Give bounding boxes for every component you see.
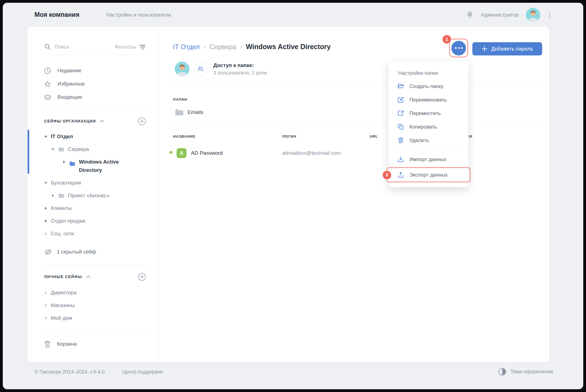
folder-icon (175, 108, 183, 116)
chevron-up-icon[interactable] (86, 275, 90, 278)
sidebar-item-inbox[interactable]: Входящие (44, 90, 146, 104)
inbox-icon (44, 94, 51, 101)
sidebar-vault-sales[interactable]: Отдел продаж (44, 215, 146, 227)
sidebar-vault-clients[interactable]: Клиенты (44, 202, 146, 215)
column-header-url: URL (370, 134, 378, 138)
divider (44, 55, 146, 55)
menu-item-move[interactable]: Переместить (388, 106, 468, 120)
search-row: Фильтры (44, 42, 146, 52)
edit-icon (397, 96, 404, 103)
password-name[interactable]: AD Password (191, 150, 223, 156)
triangle-down-icon[interactable] (51, 148, 55, 151)
sidebar-item-trash[interactable]: Корзина (44, 338, 146, 350)
search-input[interactable] (54, 44, 115, 50)
company-tab[interactable]: Моя компания (34, 11, 79, 18)
triangle-right-icon[interactable] (62, 160, 66, 164)
folder-plus-icon (397, 83, 404, 90)
breadcrumb: IT Отдел › Сервера › Windows Active Dire… (173, 43, 331, 51)
menu-item-delete[interactable]: Удалить (388, 134, 468, 147)
org-vaults-header: СЕЙФЫ ОРГАНИЗАЦИИ (44, 116, 146, 127)
search-icon (44, 43, 51, 50)
annotation-badge-1: 1 (443, 35, 451, 44)
filters-button[interactable]: Фильтры (115, 44, 146, 50)
menu-divider (388, 150, 468, 150)
hidden-vaults-toggle[interactable]: 1 скрытый сейф (44, 246, 146, 258)
triangle-right-icon[interactable] (44, 304, 47, 307)
sidebar-vault-shops[interactable]: Магазины (44, 299, 146, 312)
triangle-right-icon[interactable] (44, 232, 47, 235)
star-icon (44, 81, 51, 87)
trash-icon (397, 137, 404, 144)
kebab-menu-icon[interactable] (547, 10, 552, 19)
org-vaults-title: СЕЙФЫ ОРГАНИЗАЦИИ (44, 119, 96, 123)
more-actions-button[interactable] (451, 41, 466, 55)
breadcrumb-servers[interactable]: Сервера (209, 43, 236, 51)
sidebar-vault-my-home[interactable]: Мой дом (44, 312, 146, 324)
folders-section-title: ПАПКИ (173, 97, 187, 102)
divider (173, 126, 541, 126)
personal-vaults-header: ЛИЧНЫЕ СЕЙФЫ (44, 271, 146, 282)
eye-off-icon (44, 248, 52, 256)
menu-item-rename[interactable]: Переименовать (388, 93, 468, 106)
menu-item-create-folder[interactable]: Создать папку (388, 79, 468, 93)
personal-vaults-title: ЛИЧНЫЕ СЕЙФЫ (44, 274, 82, 279)
app-header: Моя компания Настройки и пользователи Ад… (3, 3, 583, 27)
status-dot (169, 151, 172, 154)
page-title: Windows Active Directory (246, 43, 331, 51)
filter-icon (139, 44, 146, 49)
triangle-right-icon[interactable] (44, 207, 47, 210)
triangle-right-icon[interactable] (44, 291, 47, 294)
sidebar-vault-directors[interactable]: Директора (44, 286, 146, 299)
copyright-text: © Пассворк 2014–2024, v.6.4.0 (34, 369, 105, 375)
support-link[interactable]: Центр поддержки (122, 369, 163, 375)
menu-header: Настройки папки (388, 67, 468, 79)
roles-circle[interactable] (194, 62, 207, 76)
main-card: Фильтры Недавние Избранные Входящие (28, 27, 549, 362)
triangle-right-icon[interactable] (44, 316, 47, 320)
sidebar-folder-project-business[interactable]: Проект «Бизнес» (44, 189, 146, 202)
folder-actions-menu: Настройки папки Создать папку Переименов… (388, 61, 468, 187)
org-vaults-tree: IT Отдел Сервера Windows Active Director… (44, 130, 146, 240)
chevron-up-icon[interactable] (100, 120, 104, 122)
menu-item-export[interactable]: Экспорт данных (387, 168, 470, 182)
sidebar-item-favorites[interactable]: Избранные (44, 77, 146, 90)
password-letter-badge[interactable]: A (177, 148, 187, 158)
contrast-icon (498, 368, 506, 376)
menu-item-import[interactable]: Импорт данных (388, 153, 468, 166)
avatar[interactable] (526, 8, 540, 22)
folder-emails[interactable]: Emails (175, 108, 203, 116)
move-icon (397, 110, 404, 117)
folder-icon (58, 146, 65, 153)
sidebar-item-recent[interactable]: Недавние (44, 64, 146, 77)
theme-toggle[interactable]: Тема оформления (498, 368, 553, 376)
sidebar-vault-it-otdel[interactable]: IT Отдел (44, 130, 146, 143)
folder-icon (69, 160, 76, 167)
triangle-down-icon[interactable] (44, 135, 47, 138)
sidebar-vault-accounting[interactable]: Бухгалтерия (44, 177, 146, 189)
user-menu[interactable]: Администратор (481, 12, 519, 18)
member-avatar[interactable] (175, 62, 190, 76)
column-header-name: НАЗВАНИЕ (173, 134, 196, 138)
folder-icon (58, 192, 65, 199)
app-footer: © Пассворк 2014–2024, v.6.4.0 Центр подд… (3, 359, 583, 389)
divider (44, 330, 146, 331)
breadcrumb-it-otdel[interactable]: IT Отдел (173, 43, 200, 51)
column-header-login: ЛОГИН (282, 134, 296, 138)
sidebar-folder-servers[interactable]: Сервера (44, 143, 146, 156)
quick-links: Недавние Избранные Входящие (44, 64, 146, 104)
menu-item-copy[interactable]: Копировать (388, 120, 468, 134)
triangle-right-icon[interactable] (51, 194, 55, 197)
bell-icon[interactable] (466, 11, 474, 19)
triangle-down-icon[interactable] (44, 181, 47, 185)
sidebar: Фильтры Недавние Избранные Входящие (28, 27, 159, 362)
sidebar-vault-social[interactable]: Соц. сети (44, 227, 146, 240)
divider (44, 265, 146, 265)
copy-icon (397, 123, 404, 130)
add-password-button[interactable]: Добавить пароль (472, 42, 542, 55)
add-personal-vault-button[interactable] (138, 273, 146, 281)
sidebar-folder-windows-active-directory[interactable]: Windows Active Directory (44, 156, 146, 177)
triangle-right-icon[interactable] (44, 219, 47, 223)
breadcrumb-separator: › (204, 43, 206, 50)
add-vault-button[interactable] (138, 117, 146, 125)
settings-users-tab[interactable]: Настройки и пользователи (106, 12, 171, 18)
